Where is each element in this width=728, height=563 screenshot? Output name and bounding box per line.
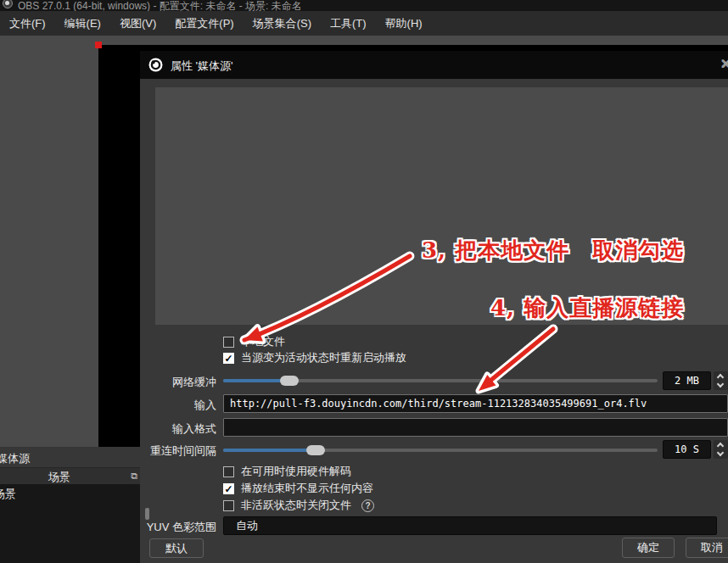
source-drag-handle[interactable] <box>95 42 102 48</box>
checkbox-box[interactable] <box>223 337 234 348</box>
ok-button[interactable]: 确定 <box>622 538 675 558</box>
cancel-button[interactable]: 取消 <box>686 538 728 558</box>
reconnect-delay-value[interactable]: 10 S <box>663 440 711 459</box>
help-icon[interactable]: ? <box>361 499 374 512</box>
scene-list-item[interactable]: 场景 <box>0 487 16 502</box>
defaults-button[interactable]: 默认 <box>149 538 204 558</box>
undock-icon[interactable]: ⧉ <box>131 471 137 482</box>
scenes-dock-header: 场景 ⧉ <box>0 468 151 484</box>
input-format-label: 输入格式 <box>145 421 216 437</box>
input-url-field[interactable] <box>223 394 728 413</box>
slider-handle[interactable] <box>280 376 299 386</box>
input-format-field[interactable] <box>223 418 728 437</box>
checkbox-label: 播放结束时不显示任何内容 <box>241 481 373 496</box>
menu-view[interactable]: 视图(V) <box>110 11 165 36</box>
menu-profile[interactable]: 配置文件(P) <box>165 11 243 36</box>
obs-logo-icon <box>3 0 13 8</box>
media-source-item[interactable]: 媒体源 <box>0 451 30 466</box>
yuv-color-range-label: YUV 色彩范围 <box>142 520 216 535</box>
annotation-step3-text: 3, 把本地文件 取消勾选 <box>422 236 684 265</box>
network-buffer-slider[interactable] <box>223 379 658 382</box>
media-preview-area <box>155 87 728 325</box>
dialog-title: 属性 '媒体源' <box>171 59 233 74</box>
window-titlebar: OBS 27.0.1 (64-bit, windows) - 配置文件: 未命名… <box>0 0 728 11</box>
obs-dialog-icon <box>148 58 163 72</box>
checkbox-label: 在可用时使用硬件解码 <box>241 464 351 479</box>
yuv-color-range-select[interactable]: 自动 <box>223 516 717 535</box>
scenes-dock-title: 场景 <box>0 470 119 485</box>
network-buffer-value[interactable]: 2 MB <box>663 371 711 390</box>
checkbox-close-when-inactive[interactable]: 非活跃状态时关闭文件 ? <box>223 498 374 513</box>
scrollbar-thumb[interactable] <box>145 508 149 520</box>
reconnect-delay-slider[interactable] <box>223 449 658 452</box>
checkbox-box[interactable]: ✓ <box>223 483 234 494</box>
annotation-step4-text: 4, 输入直播源链接 <box>490 293 684 323</box>
reconnect-delay-spinner[interactable] <box>714 440 728 459</box>
scenes-list: 场景 <box>0 484 151 563</box>
checkbox-hide-when-ended[interactable]: ✓ 播放结束时不显示任何内容 <box>223 481 373 496</box>
close-icon[interactable]: 🗙 <box>720 58 728 70</box>
checkbox-local-file[interactable]: 本地文件 <box>223 334 285 349</box>
slider-fill <box>223 449 312 452</box>
reconnect-delay-label: 重连时间间隔 <box>145 443 216 459</box>
yuv-color-range-value: 自动 <box>236 519 258 532</box>
checkbox-label: 本地文件 <box>241 334 285 349</box>
checkbox-label: 非活跃状态时关闭文件 <box>241 498 351 513</box>
menu-file[interactable]: 文件(F) <box>0 11 55 36</box>
network-buffer-spinner[interactable] <box>714 371 728 390</box>
slider-handle[interactable] <box>306 445 325 455</box>
checkbox-label: 当源变为活动状态时重新启动播放 <box>241 350 406 365</box>
menu-bar: 文件(F) 编辑(E) 视图(V) 配置文件(P) 场景集合(S) 工具(T) … <box>0 11 728 36</box>
input-label: 输入 <box>145 398 216 413</box>
checkbox-restart-on-active[interactable]: ✓ 当源变为活动状态时重新启动播放 <box>223 350 406 365</box>
menu-edit[interactable]: 编辑(E) <box>55 11 110 36</box>
dialog-titlebar[interactable]: 属性 '媒体源' 🗙 <box>140 51 728 79</box>
menu-help[interactable]: 帮助(H) <box>376 11 432 36</box>
docks-panel: 媒体源 场景 ⧉ 场景 <box>0 447 151 563</box>
slider-fill <box>223 379 286 382</box>
window-title: OBS 27.0.1 (64-bit, windows) - 配置文件: 未命名… <box>18 0 302 11</box>
menu-tools[interactable]: 工具(T) <box>321 11 376 36</box>
network-buffer-label: 网络缓冲 <box>145 375 216 390</box>
checkbox-box[interactable]: ✓ <box>223 353 234 364</box>
checkbox-box[interactable] <box>223 500 234 511</box>
checkbox-box[interactable] <box>223 466 234 477</box>
checkbox-hw-decode[interactable]: 在可用时使用硬件解码 <box>223 464 351 479</box>
menu-scene-collection[interactable]: 场景集合(S) <box>244 11 321 36</box>
